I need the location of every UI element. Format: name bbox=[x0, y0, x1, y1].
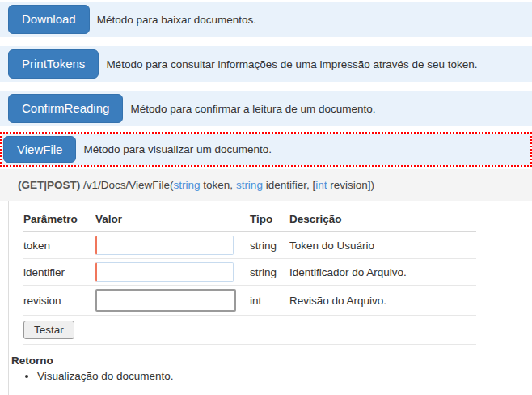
signature-type-string-2: string bbox=[236, 179, 263, 191]
param-type: string bbox=[250, 259, 289, 286]
param-name: revision bbox=[23, 286, 95, 316]
printtokens-method-button[interactable]: PrintTokens bbox=[8, 49, 99, 79]
signature-arg-identifier: identifier, [ bbox=[263, 179, 315, 191]
selected-method-highlight: ViewFile Método para visualizar um docum… bbox=[0, 132, 532, 167]
parameters-table: Parâmetro Valor Tipo Descrição token str… bbox=[23, 207, 476, 345]
return-section: Retorno Visualização do documento. bbox=[11, 355, 532, 382]
testar-button[interactable]: Testar bbox=[23, 321, 74, 339]
printtokens-method-description: Método para consultar informações de uma… bbox=[106, 58, 477, 70]
header-tipo: Tipo bbox=[250, 207, 289, 232]
signature-path: /v1/Docs/ViewFile( bbox=[80, 179, 173, 191]
signature-http-verbs: (GET|POST) bbox=[18, 179, 80, 191]
method-row-viewfile: ViewFile Método para visualizar um docum… bbox=[2, 134, 530, 165]
signature-arg-token: token, bbox=[201, 179, 236, 191]
method-row-printtokens: PrintTokens Método para consultar inform… bbox=[0, 46, 532, 82]
viewfile-method-button[interactable]: ViewFile bbox=[3, 136, 76, 163]
confirmreading-method-description: Método para confirmar a leitura de um do… bbox=[130, 103, 375, 115]
param-description: Token do Usuário bbox=[289, 232, 476, 259]
param-description: Identificador do Arquivo. bbox=[289, 259, 476, 286]
test-button-row: Testar bbox=[23, 316, 476, 345]
param-name: token bbox=[23, 232, 95, 259]
return-title: Retorno bbox=[11, 355, 532, 367]
api-method-list: Download Método para baixar documentos. … bbox=[0, 0, 532, 167]
revision-input[interactable] bbox=[95, 289, 236, 312]
download-method-description: Método para baixar documentos. bbox=[97, 14, 256, 26]
signature-arg-revision: revision]) bbox=[327, 179, 374, 191]
method-row-download: Download Método para baixar documentos. bbox=[0, 2, 532, 37]
signature-type-string-1: string bbox=[174, 179, 201, 191]
param-name: identifier bbox=[23, 259, 95, 286]
param-type: int bbox=[250, 286, 289, 316]
param-row-token: token string Token do Usuário bbox=[23, 232, 476, 259]
param-row-revision: revision int Revisão do Arquivo. bbox=[23, 286, 476, 316]
param-description: Revisão do Arquivo. bbox=[289, 286, 476, 316]
return-list-item: Visualização do documento. bbox=[37, 370, 532, 382]
header-descricao: Descrição bbox=[289, 207, 476, 232]
method-signature: (GET|POST) /v1/Docs/ViewFile(string toke… bbox=[0, 169, 532, 201]
download-method-button[interactable]: Download bbox=[8, 5, 90, 34]
signature-type-int: int bbox=[315, 179, 327, 191]
header-valor: Valor bbox=[95, 207, 250, 232]
identifier-input[interactable] bbox=[95, 262, 234, 282]
param-type: string bbox=[250, 232, 289, 259]
header-parametro: Parâmetro bbox=[23, 207, 95, 232]
param-row-identifier: identifier string Identificador do Arqui… bbox=[23, 259, 476, 286]
confirmreading-method-button[interactable]: ConfirmReading bbox=[8, 94, 123, 123]
method-row-confirmreading: ConfirmReading Método para confirmar a l… bbox=[0, 91, 532, 126]
token-input[interactable] bbox=[95, 236, 234, 255]
method-detail-panel: Parâmetro Valor Tipo Descrição token str… bbox=[8, 201, 532, 395]
table-header-row: Parâmetro Valor Tipo Descrição bbox=[23, 207, 476, 232]
return-list: Visualização do documento. bbox=[11, 370, 532, 382]
viewfile-method-description: Método para visualizar um documento. bbox=[83, 143, 272, 155]
